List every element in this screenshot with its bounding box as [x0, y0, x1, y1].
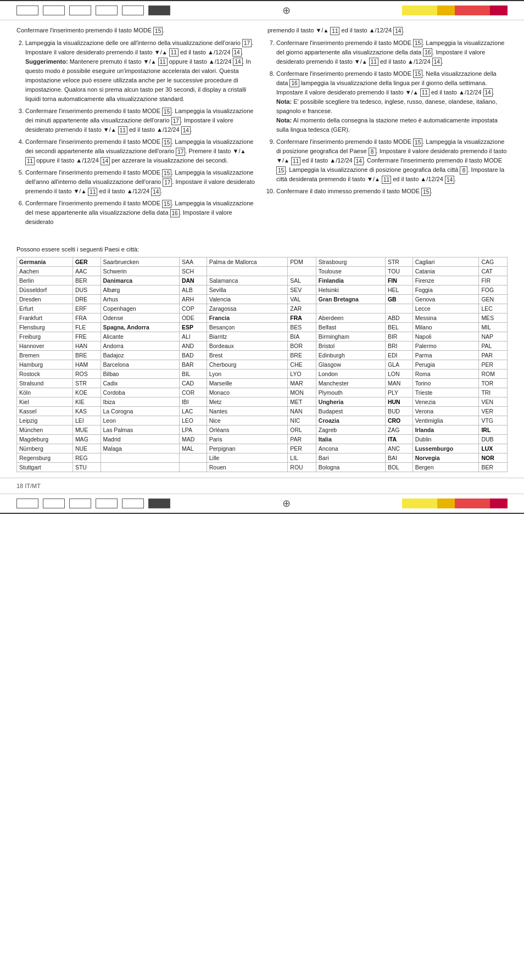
header-col4-code: STR — [385, 257, 412, 267]
box-17-3: 17 — [171, 117, 181, 125]
steps-list-right: Confermare l'inserimento premendo il tas… — [267, 38, 508, 197]
city: Catania — [412, 267, 479, 276]
city: Venezia — [412, 397, 479, 407]
code: EDI — [385, 351, 412, 360]
square-5 — [122, 5, 144, 15]
code: BRI — [385, 341, 412, 351]
box-15-7: 15 — [413, 39, 422, 47]
table-row: Rostock ROS Bilbao BIL Lyon LYO London L… — [17, 369, 508, 379]
table-row: Regensburg REG Lille LIL Bari BAI Norveg… — [17, 453, 508, 463]
table-row: Aachen AAC Schwerin SCH Toulouse TOU Cat… — [17, 267, 508, 276]
step-3: Confermare l'inserimento premendo il tas… — [25, 107, 257, 135]
table-row: Bremen BRE Badajoz BAD Brest BRE Edinbur… — [17, 351, 508, 360]
box-15: 15 — [153, 27, 163, 35]
box-8-9: 8 — [369, 148, 376, 156]
header-col3-country: Palma de Mallorca — [207, 257, 288, 267]
square-3 — [69, 5, 91, 15]
box-14: 14 — [232, 48, 242, 57]
city: Francia — [207, 313, 288, 323]
code: ANC — [385, 444, 412, 453]
square-6 — [148, 5, 170, 15]
bottom-compass-icon: ⊕ — [282, 497, 291, 509]
city: Sevilla — [207, 285, 288, 295]
city: Finlandia — [316, 276, 385, 285]
city: Foggia — [412, 285, 479, 295]
city: Odense — [101, 313, 179, 323]
bottom-square-3 — [69, 499, 91, 508]
code: PER — [288, 444, 316, 453]
code: SAL — [288, 276, 316, 285]
color-darkred — [490, 5, 508, 15]
table-row: Hamburg HAM Barcelona BAR Cherbourg CHE … — [17, 360, 508, 369]
step-2: Lampeggia la visualizzazione delle ore a… — [25, 38, 257, 104]
box-15-9: 15 — [413, 138, 422, 147]
code: GB — [385, 295, 412, 304]
table-row: Berlin BER Danimarca DAN Salamanca SAL F… — [17, 276, 508, 285]
city — [101, 453, 179, 463]
step-7: Confermare l'inserimento premendo il tas… — [276, 38, 508, 66]
city: Albørg — [101, 285, 179, 295]
header-col2-code: SAA — [179, 257, 207, 267]
code: NUE — [73, 444, 101, 453]
color-yellow-2 — [420, 499, 437, 508]
code: BAD — [179, 351, 207, 360]
city: Helsinki — [316, 285, 385, 295]
city: Kiel — [17, 397, 73, 407]
square-2 — [43, 5, 65, 15]
code — [179, 453, 207, 463]
box-11b: 11 — [158, 58, 168, 66]
city: Madrid — [101, 435, 179, 444]
color-red-1 — [455, 499, 472, 508]
code: PAR — [288, 435, 316, 444]
box-14b: 14 — [233, 58, 242, 66]
table-row: Stuttgart STU Rouen ROU Bologna BOL Berg… — [17, 463, 508, 472]
color-red-2 — [472, 499, 490, 508]
city: Bergen — [412, 463, 479, 472]
city: Genova — [412, 295, 479, 304]
city: Glasgow — [316, 360, 385, 369]
city: Budapest — [316, 407, 385, 416]
table-row: Kiel KIE Ibiza IBI Metz MET Ungheria HUN… — [17, 397, 508, 407]
code: MES — [479, 313, 508, 323]
city: Leon — [101, 416, 179, 425]
city: La Corogna — [101, 407, 179, 416]
box-11-9b: 11 — [382, 176, 391, 184]
city: Cordoba — [101, 388, 179, 397]
box-16-6: 16 — [170, 209, 180, 217]
city: München — [17, 425, 73, 435]
code: ESP — [179, 323, 207, 332]
box-11-3: 11 — [118, 126, 127, 135]
city: Düsseldorf — [17, 285, 73, 295]
code: BIL — [179, 369, 207, 379]
right-column: premendo il tasto ▼/▲ 11 ed il tasto ▲/1… — [267, 26, 508, 229]
box-15-6: 15 — [162, 200, 171, 208]
city — [101, 463, 179, 472]
top-squares — [16, 5, 170, 15]
city: Italia — [316, 435, 385, 444]
intro-text: Confermare l'inserimento premendo il tas… — [16, 26, 257, 35]
city: Salamanca — [207, 276, 288, 285]
code: DUS — [73, 285, 101, 295]
header-col1-code: GER — [73, 257, 101, 267]
code: CAD — [179, 379, 207, 388]
city: Copenhagen — [101, 304, 179, 313]
code: BER — [73, 276, 101, 285]
city: Erfurt — [17, 304, 73, 313]
city: Edinburgh — [316, 351, 385, 360]
city: Rostock — [17, 369, 73, 379]
code — [179, 463, 207, 472]
city: Hannover — [17, 341, 73, 351]
code: MET — [288, 397, 316, 407]
box-8-9b: 8 — [460, 166, 467, 175]
city: Messina — [412, 313, 479, 323]
box-17-4: 17 — [176, 148, 185, 156]
code: COR — [179, 388, 207, 397]
city: Las Palmas — [101, 425, 179, 435]
code: KAS — [73, 407, 101, 416]
code: MAD — [179, 435, 207, 444]
page-number: 18 IT/MT — [16, 483, 41, 489]
box-14-9b: 14 — [445, 176, 454, 184]
city: Plymouth — [316, 388, 385, 397]
city: Firenze — [412, 276, 479, 285]
city: Malaga — [101, 444, 179, 453]
